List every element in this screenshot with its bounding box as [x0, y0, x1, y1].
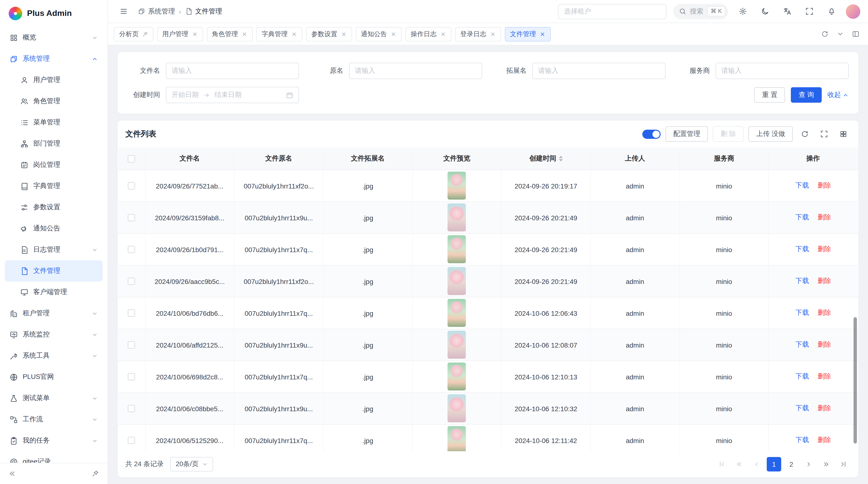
delete-link[interactable]: 删除 [817, 372, 831, 380]
sidebar-toggle-button[interactable] [116, 4, 131, 19]
delete-link[interactable]: 删除 [817, 404, 831, 412]
sidebar-item-gitee[interactable]: gitee记录 [5, 451, 103, 463]
tab-file[interactable]: 文件管理 [505, 27, 551, 41]
sidebar-item-plus-site[interactable]: PLUS官网 [5, 366, 103, 388]
column-header-extension[interactable]: 文件拓展名 [323, 148, 412, 170]
sidebar-item-test[interactable]: 测试菜单 [5, 388, 103, 409]
delete-link[interactable]: 删除 [817, 309, 831, 316]
download-link[interactable]: 下载 [796, 372, 809, 380]
tab-analysis[interactable]: 分析页 [114, 27, 153, 41]
row-checkbox[interactable] [128, 310, 135, 317]
sidebar-item-workflow[interactable]: 工作流 [5, 409, 103, 430]
tab-close-icon[interactable] [241, 31, 247, 37]
layout-panel-button[interactable] [849, 27, 862, 41]
file-preview-thumbnail[interactable] [448, 203, 466, 231]
download-link[interactable]: 下载 [796, 404, 809, 412]
file-preview-thumbnail[interactable] [448, 299, 466, 327]
delete-link[interactable]: 删除 [817, 340, 831, 348]
delete-button[interactable]: 删 除 [713, 126, 744, 142]
column-header-original-name[interactable]: 文件原名 [234, 148, 323, 170]
tab-param[interactable]: 参数设置 [306, 27, 352, 41]
delete-link[interactable]: 删除 [817, 181, 831, 189]
sidebar-item-post[interactable]: 岗位管理 [5, 154, 103, 175]
download-link[interactable]: 下载 [796, 245, 809, 253]
row-checkbox[interactable] [128, 374, 135, 381]
file-preview-thumbnail[interactable] [448, 172, 466, 200]
sidebar-item-tools[interactable]: 系统工具 [5, 345, 103, 366]
column-header-uploader[interactable]: 上传人 [590, 148, 679, 170]
sidebar-item-user[interactable]: 用户管理 [5, 69, 103, 91]
filter-input-file-name[interactable]: 请输入 [166, 63, 299, 79]
breadcrumb-item-system[interactable]: 系统管理 [138, 7, 175, 16]
config-manage-button[interactable]: 配置管理 [665, 126, 708, 142]
sidebar-item-tasks[interactable]: 我的任务 [5, 430, 103, 451]
dark-mode-moon-icon[interactable] [757, 4, 773, 19]
sidebar-item-dict[interactable]: 字典管理 [5, 175, 103, 197]
file-preview-thumbnail[interactable] [448, 331, 466, 359]
tab-close-icon[interactable] [440, 31, 446, 37]
filter-input-provider[interactable]: 请输入 [716, 63, 849, 79]
breadcrumb-item-file[interactable]: 文件管理 [185, 7, 222, 16]
sidebar-collapse-button[interactable] [7, 468, 18, 479]
sidebar-item-file[interactable]: 文件管理 [5, 260, 103, 282]
search-visibility-toggle[interactable] [642, 129, 661, 138]
sidebar-item-system[interactable]: 系统管理 [5, 48, 103, 69]
tab-close-icon[interactable] [390, 31, 396, 37]
page-button-2[interactable]: 2 [784, 457, 799, 472]
notifications-bell-icon[interactable] [824, 4, 839, 19]
filter-input-original-name[interactable]: 请输入 [349, 63, 482, 79]
sidebar-item-client[interactable]: 客户端管理 [5, 282, 103, 303]
tab-loginlog[interactable]: 登录日志 [455, 27, 501, 41]
tab-close-icon[interactable] [192, 31, 197, 37]
next-page-button[interactable] [802, 457, 816, 472]
user-avatar[interactable] [846, 4, 860, 19]
select-all-checkbox[interactable] [128, 155, 135, 162]
sidebar-item-tenant[interactable]: 租户管理 [5, 303, 103, 324]
row-checkbox[interactable] [128, 246, 135, 253]
download-link[interactable]: 下载 [796, 181, 809, 189]
sidebar-item-monitor[interactable]: 系统监控 [5, 324, 103, 345]
fullscreen-icon[interactable] [802, 4, 817, 19]
row-checkbox[interactable] [128, 437, 135, 444]
sidebar-pin-icon[interactable] [90, 468, 101, 479]
filter-input-extension[interactable]: 请输入 [532, 63, 665, 79]
tab-close-icon[interactable] [490, 31, 495, 37]
row-checkbox[interactable] [128, 278, 135, 285]
column-header-preview[interactable]: 文件预览 [412, 148, 501, 170]
row-checkbox[interactable] [128, 405, 135, 412]
row-checkbox[interactable] [128, 342, 135, 349]
delete-link[interactable]: 删除 [817, 436, 831, 444]
delete-link[interactable]: 删除 [817, 245, 831, 253]
column-header-actions[interactable]: 操作 [769, 148, 858, 170]
tab-notice[interactable]: 通知公告 [355, 27, 401, 41]
tab-role[interactable]: 角色管理 [207, 27, 252, 41]
download-link[interactable]: 下载 [796, 309, 809, 316]
sidebar-item-log[interactable]: 日志管理 [5, 239, 103, 260]
tab-operlog[interactable]: 操作日志 [405, 27, 451, 41]
download-link[interactable]: 下载 [796, 213, 809, 221]
file-preview-thumbnail[interactable] [448, 267, 466, 295]
tab-close-icon[interactable] [539, 31, 545, 37]
row-checkbox[interactable] [128, 183, 135, 190]
sidebar-item-overview[interactable]: 概览 [5, 27, 103, 48]
page-size-select[interactable]: 20条/页 [170, 457, 213, 472]
column-settings-icon[interactable] [836, 127, 850, 141]
pin-icon[interactable] [142, 31, 148, 37]
table-scrollbar[interactable] [854, 317, 857, 444]
refresh-table-icon[interactable] [798, 127, 812, 141]
file-preview-thumbnail[interactable] [448, 235, 466, 263]
tab-dict[interactable]: 字典管理 [256, 27, 302, 41]
first-page-button[interactable] [715, 457, 729, 472]
page-button-1[interactable]: 1 [767, 457, 781, 472]
file-preview-thumbnail[interactable] [448, 394, 466, 422]
last-page-button[interactable] [836, 457, 850, 472]
download-link[interactable]: 下载 [796, 340, 809, 348]
sidebar-item-param[interactable]: 参数设置 [5, 197, 103, 218]
file-preview-thumbnail[interactable] [448, 362, 466, 390]
file-preview-thumbnail[interactable] [448, 426, 466, 451]
column-header-file-name[interactable]: 文件名 [145, 148, 234, 170]
settings-gear-icon[interactable] [735, 4, 750, 19]
tenant-select[interactable]: 选择租户 [558, 4, 666, 19]
search-button[interactable]: 查 询 [791, 87, 822, 103]
download-link[interactable]: 下载 [796, 277, 809, 284]
